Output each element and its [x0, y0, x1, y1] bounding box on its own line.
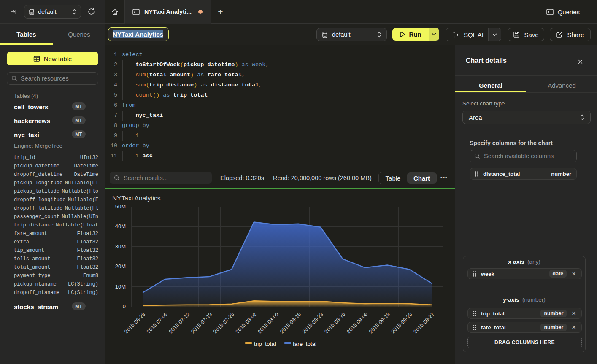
svg-text:2015-08-09: 2015-08-09 [257, 311, 280, 334]
svg-text:10M: 10M [115, 283, 126, 290]
svg-text:2015-08-30: 2015-08-30 [324, 311, 347, 334]
svg-text:0: 0 [123, 303, 126, 310]
svg-text:2015-08-02: 2015-08-02 [235, 311, 258, 334]
svg-text:50M: 50M [115, 203, 126, 210]
svg-text:2015-07-12: 2015-07-12 [168, 311, 191, 334]
svg-text:2015-07-05: 2015-07-05 [146, 311, 169, 334]
svg-text:NYTaxi Analytics: NYTaxi Analytics [112, 194, 161, 202]
svg-text:2015-07-19: 2015-07-19 [190, 311, 213, 334]
svg-text:2015-06-28: 2015-06-28 [123, 311, 146, 334]
svg-text:2015-08-23: 2015-08-23 [301, 311, 324, 334]
svg-text:20M: 20M [115, 263, 126, 270]
svg-text:2015-09-27: 2015-09-27 [412, 311, 435, 334]
svg-text:30M: 30M [115, 243, 126, 250]
svg-text:2015-09-06: 2015-09-06 [346, 311, 369, 334]
svg-text:2015-09-13: 2015-09-13 [368, 311, 391, 334]
svg-text:fare_total: fare_total [293, 341, 316, 347]
svg-text:2015-07-26: 2015-07-26 [212, 311, 235, 334]
svg-text:40M: 40M [115, 223, 126, 229]
svg-text:trip_total: trip_total [254, 341, 276, 347]
svg-text:2015-09-20: 2015-09-20 [390, 311, 413, 334]
svg-text:2015-08-16: 2015-08-16 [279, 311, 302, 334]
